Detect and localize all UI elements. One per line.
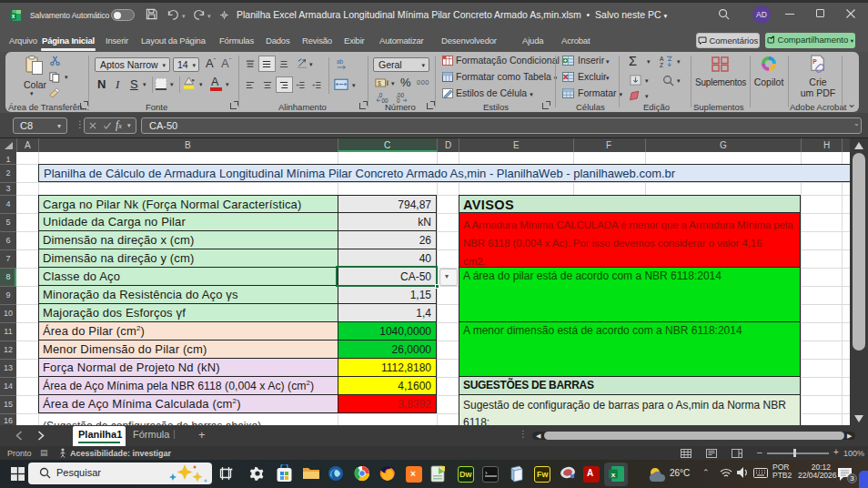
svg-text:P: P	[812, 58, 817, 65]
svg-text:ab: ab	[337, 58, 344, 65]
svg-text:A: A	[660, 56, 664, 62]
svg-text:x: x	[12, 13, 15, 19]
svg-text:Z: Z	[660, 62, 663, 67]
svg-text:$: $	[378, 80, 381, 87]
svg-text:x: x	[611, 471, 616, 479]
